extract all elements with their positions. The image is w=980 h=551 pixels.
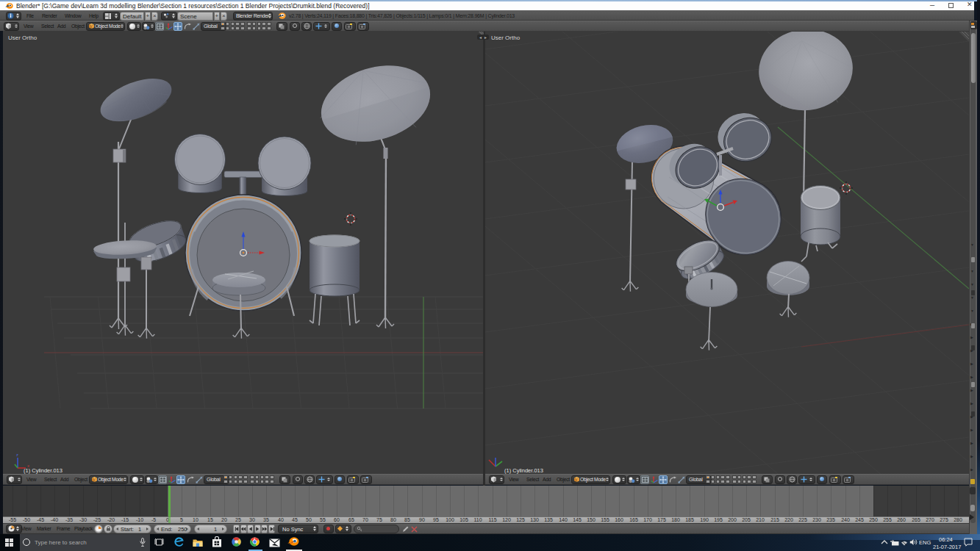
svg-text:z: z xyxy=(16,453,18,457)
svg-text:(1) Cylinder.013: (1) Cylinder.013 xyxy=(504,467,543,474)
svg-text:User Ortho: User Ortho xyxy=(491,35,521,41)
svg-text:User Ortho: User Ortho xyxy=(8,35,37,41)
svg-text:(1) Cylinder.013: (1) Cylinder.013 xyxy=(24,467,62,474)
